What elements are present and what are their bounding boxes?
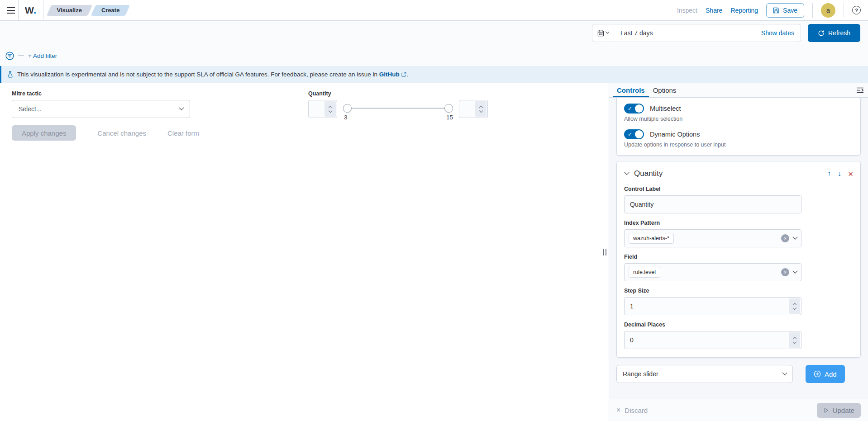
sidebar-scroll-area[interactable]: ✓ Multiselect Allow multiple selection ✓… — [609, 98, 868, 399]
dynamic-options-option: ✓ Dynamic Options Update options in resp… — [624, 129, 853, 148]
number-stepper[interactable] — [789, 332, 800, 348]
slider-min-value: 3 — [344, 114, 348, 121]
range-slider-row: 3 15 — [308, 100, 488, 118]
filter-bar: + Add filter — [0, 45, 868, 66]
discard-button[interactable]: × Discard — [616, 406, 648, 414]
quick-select-menu-button[interactable] — [592, 24, 614, 42]
move-down-icon[interactable]: ↓ — [838, 170, 841, 178]
help-icon[interactable]: ? — [852, 6, 861, 14]
chevron-down-icon[interactable] — [792, 269, 797, 274]
form-actions: Apply changes Cancel changes Clear form — [0, 125, 609, 141]
refresh-icon — [818, 30, 825, 37]
step-down-icon — [792, 306, 796, 309]
menu-hamburger-icon[interactable] — [4, 3, 18, 18]
header-divider — [43, 0, 43, 20]
toggle-knob — [635, 130, 643, 138]
add-filter-button[interactable]: + Add filter — [28, 52, 57, 59]
cancel-changes-button[interactable]: Cancel changes — [97, 129, 146, 137]
external-link-icon — [401, 72, 406, 77]
range-slider: 3 15 — [343, 100, 453, 118]
decimal-places-input-wrap — [624, 331, 801, 349]
wazuh-logo[interactable]: W. — [19, 5, 43, 16]
decimal-places-field[interactable] — [630, 336, 766, 344]
play-icon — [823, 407, 829, 413]
clear-form-button[interactable]: Clear form — [167, 129, 199, 137]
range-min-input — [308, 100, 337, 118]
filter-icon[interactable] — [5, 52, 14, 60]
field-pill: rule.level — [629, 267, 660, 278]
number-stepper[interactable] — [324, 101, 336, 117]
breadcrumb-visualize[interactable]: Visualize — [49, 5, 90, 16]
tab-options[interactable]: Options — [649, 83, 681, 97]
general-options-card: ✓ Multiselect Allow multiple selection ✓… — [616, 98, 861, 156]
number-stepper[interactable] — [475, 101, 486, 117]
chevron-down-icon — [179, 105, 184, 110]
index-pattern-label: Index Pattern — [624, 220, 853, 226]
slider-handle-min[interactable] — [343, 104, 352, 113]
slider-track[interactable] — [347, 108, 449, 109]
step-size-field[interactable] — [630, 303, 766, 310]
chevron-down-icon[interactable] — [624, 170, 629, 175]
field-combobox[interactable]: rule.level × — [624, 263, 801, 281]
step-size-input-wrap — [624, 297, 801, 315]
share-button[interactable]: Share — [706, 7, 722, 14]
mitre-tactic-control: Mitre tactic Select... — [12, 90, 190, 118]
range-max-field[interactable] — [459, 105, 475, 113]
experimental-banner: This visualization is experimental and i… — [0, 66, 868, 83]
add-control-button[interactable]: Add — [806, 365, 845, 383]
date-picker: Last 7 days Show dates — [592, 24, 801, 42]
control-label-input-wrap — [624, 195, 801, 213]
tab-controls[interactable]: Controls — [613, 83, 649, 97]
inspect-button: Inspect — [677, 7, 697, 14]
dynamic-options-toggle[interactable]: ✓ — [624, 129, 644, 139]
control-card-actions: ↑ ↓ × — [827, 170, 853, 178]
reporting-button[interactable]: Reporting — [730, 7, 758, 14]
control-card-header: Quantity ↑ ↓ × — [624, 168, 853, 180]
banner-text: This visualization is experimental and i… — [17, 71, 408, 78]
decimal-places-label: Decimal Places — [624, 322, 853, 328]
breadcrumb-create[interactable]: Create — [93, 5, 128, 16]
visualization-preview: Mitre tactic Select... Quantity — [0, 83, 609, 421]
header-divider — [844, 3, 844, 18]
remove-control-icon[interactable]: × — [848, 170, 853, 178]
multiselect-toggle[interactable]: ✓ — [624, 104, 644, 114]
github-link[interactable]: GitHub — [379, 71, 400, 78]
panel-resizer-handle[interactable] — [603, 249, 606, 255]
slider-handle-max[interactable] — [444, 104, 453, 113]
range-min-field[interactable] — [309, 105, 324, 113]
index-pattern-pill: wazuh-alerts-* — [629, 233, 674, 244]
collapse-panel-icon[interactable] — [856, 83, 864, 97]
calendar-icon — [597, 30, 604, 37]
clear-selection-icon[interactable]: × — [781, 234, 789, 242]
step-down-icon — [479, 109, 482, 112]
number-stepper[interactable] — [789, 298, 800, 314]
clear-selection-icon[interactable]: × — [781, 268, 789, 276]
show-dates-button[interactable]: Show dates — [761, 29, 801, 37]
control-type-value: Range slider — [623, 370, 658, 378]
editor-sidebar: Controls Options ✓ Multiselect Allow mul… — [609, 83, 868, 421]
beaker-icon — [7, 71, 14, 78]
header-actions: Inspect Share Reporting Save a ? — [677, 3, 861, 18]
input-controls-row: Mitre tactic Select... Quantity — [0, 90, 609, 118]
move-up-icon[interactable]: ↑ — [827, 170, 831, 178]
control-label-field[interactable] — [630, 201, 766, 208]
refresh-button[interactable]: Refresh — [808, 24, 860, 42]
field-label: Field — [624, 254, 853, 260]
control-type-select[interactable]: Range slider — [616, 365, 793, 383]
toggle-knob — [635, 104, 643, 113]
multiselect-option: ✓ Multiselect Allow multiple selection — [624, 104, 853, 122]
save-button[interactable]: Save — [766, 3, 804, 18]
quantity-control: Quantity 3 15 — [308, 90, 488, 118]
avatar[interactable]: a — [821, 3, 835, 18]
date-range-value[interactable]: Last 7 days — [614, 29, 761, 37]
logo-letter: W — [25, 5, 33, 15]
select-placeholder: Select... — [19, 105, 42, 113]
mitre-tactic-select[interactable]: Select... — [12, 100, 190, 118]
slider-max-value: 15 — [446, 114, 453, 121]
chevron-down-icon[interactable] — [792, 235, 797, 240]
control-label-label: Control Label — [624, 186, 853, 192]
chevron-down-icon — [782, 370, 787, 375]
control-card-title: Quantity — [634, 169, 663, 178]
index-pattern-combobox[interactable]: wazuh-alerts-* × — [624, 229, 801, 247]
chevron-down-icon — [606, 30, 609, 33]
